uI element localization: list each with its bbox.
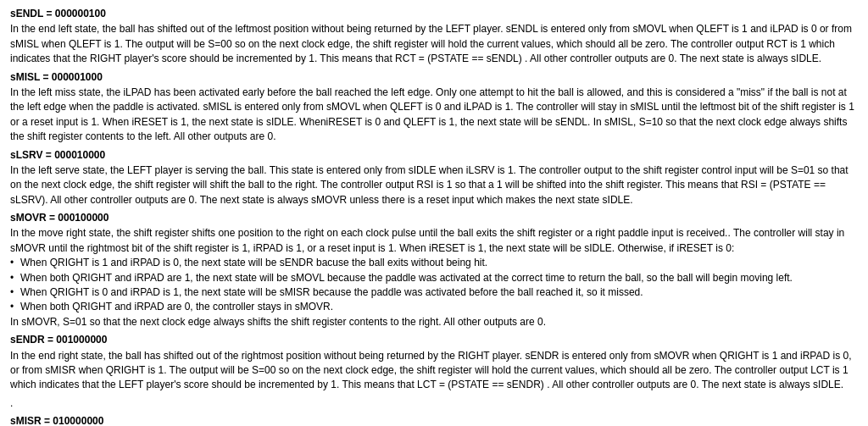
state-smisr: sMISR = 010000000 In the right miss stat… — [10, 414, 858, 426]
main-content: sENDL = 000000100 In the end left state,… — [10, 7, 858, 426]
smovr-header: sMOVR = 000100000 — [10, 211, 858, 225]
state-slsrv: sLSRV = 000010000 In the left serve stat… — [10, 148, 858, 208]
smovr-outro: In sMOVR, S=01 so that the next clock ed… — [10, 315, 858, 329]
state-sendl: sENDL = 000000100 In the end left state,… — [10, 7, 858, 67]
state-smovr: sMOVR = 000100000 In the move right stat… — [10, 211, 858, 329]
sendl-body: In the end left state, the ball has shif… — [10, 22, 858, 66]
smovr-bullet-1: When QRIGHT is 1 and iRPAD is 0, the nex… — [10, 256, 858, 270]
smovr-bullet-4: When both QRIGHT and iRPAD are 0, the co… — [10, 300, 858, 314]
sendl-header: sENDL = 000000100 — [10, 7, 858, 21]
smisl-body: In the left miss state, the iLPAD has be… — [10, 86, 858, 145]
smovr-bullet-3: When QRIGHT is 0 and iRPAD is 1, the nex… — [10, 285, 858, 300]
smisr-header: sMISR = 010000000 — [10, 414, 858, 426]
dot-separator: . — [10, 396, 858, 411]
smovr-bullet-2: When both QRIGHT and iRPAD are 1, the ne… — [10, 271, 858, 285]
state-sendr: sENDR = 001000000 In the end right state… — [10, 333, 858, 393]
sendr-header: sENDR = 001000000 — [10, 333, 858, 347]
smovr-intro: In the move right state, the shift regis… — [10, 226, 858, 256]
slsrv-body: In the left serve state, the LEFT player… — [10, 163, 858, 207]
sendr-body: In the end right state, the ball has shi… — [10, 349, 858, 393]
smisl-header: sMISL = 000001000 — [10, 70, 858, 85]
slsrv-header: sLSRV = 000010000 — [10, 148, 858, 163]
state-smisl: sMISL = 000001000 In the left miss state… — [10, 70, 858, 145]
